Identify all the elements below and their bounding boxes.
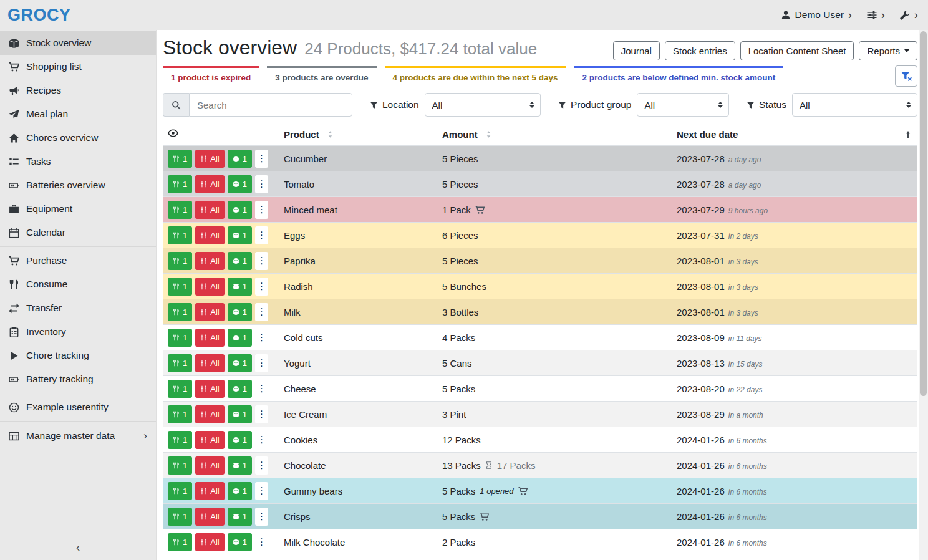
row-menu-button[interactable]: ⋮	[255, 380, 268, 398]
status-card-expired[interactable]: 1 product is expired	[163, 66, 259, 87]
consume-all-button[interactable]: All	[195, 201, 224, 219]
clear-filters-button[interactable]	[895, 65, 917, 87]
vertical-scrollbar[interactable]	[919, 30, 928, 560]
status-filter-select[interactable]: All	[792, 93, 917, 117]
open-one-button[interactable]: 1	[228, 354, 252, 372]
row-menu-button[interactable]: ⋮	[255, 303, 268, 321]
sidebar-item-battery-tracking[interactable]: Battery tracking	[0, 367, 156, 391]
journal-button[interactable]: Journal	[613, 41, 660, 60]
search-input[interactable]	[189, 93, 352, 117]
product-group-filter-select[interactable]: All	[637, 93, 729, 117]
row-menu-button[interactable]: ⋮	[255, 431, 268, 449]
open-one-button[interactable]: 1	[228, 278, 252, 296]
status-card-below-min[interactable]: 2 products are below defined min. stock …	[574, 66, 783, 87]
consume-all-button[interactable]: All	[195, 456, 224, 475]
row-menu-button[interactable]: ⋮	[255, 150, 268, 168]
consume-all-button[interactable]: All	[195, 175, 224, 193]
row-menu-button[interactable]: ⋮	[255, 226, 268, 244]
reports-button[interactable]: Reports	[859, 41, 917, 60]
sidebar-item-chores-overview[interactable]: Chores overview	[0, 126, 156, 150]
column-header-next-due-date[interactable]: Next due date	[672, 123, 917, 146]
sidebar-item-example-userentity[interactable]: Example userentity	[0, 395, 156, 419]
sidebar-item-chore-tracking[interactable]: Chore tracking	[0, 344, 156, 367]
open-one-button[interactable]: 1	[228, 431, 252, 449]
consume-all-button[interactable]: All	[195, 508, 224, 526]
sidebar-item-transfer[interactable]: Transfer	[0, 296, 156, 320]
open-one-button[interactable]: 1	[228, 456, 252, 475]
consume-all-button[interactable]: All	[195, 329, 224, 347]
consume-all-button[interactable]: All	[195, 226, 224, 244]
sidebar-item-tasks[interactable]: Tasks	[0, 150, 156, 173]
open-one-button[interactable]: 1	[228, 405, 252, 423]
open-one-button[interactable]: 1	[228, 303, 252, 321]
row-menu-button[interactable]: ⋮	[255, 354, 268, 372]
consume-one-button[interactable]: 1	[168, 278, 192, 296]
consume-one-button[interactable]: 1	[168, 482, 192, 500]
open-one-button[interactable]: 1	[228, 252, 252, 270]
consume-one-button[interactable]: 1	[168, 303, 192, 321]
settings-menu[interactable]: ›	[867, 9, 885, 21]
sidebar-item-inventory[interactable]: Inventory	[0, 320, 156, 344]
sidebar-item-batteries-overview[interactable]: Batteries overview	[0, 173, 156, 197]
consume-one-button[interactable]: 1	[168, 226, 192, 244]
consume-one-button[interactable]: 1	[168, 405, 192, 423]
sidebar-item-stock-overview[interactable]: Stock overview	[0, 31, 156, 55]
scrollbar-thumb[interactable]	[920, 31, 927, 396]
location-filter-select[interactable]: All	[425, 93, 541, 117]
consume-one-button[interactable]: 1	[168, 201, 192, 219]
row-menu-button[interactable]: ⋮	[255, 482, 268, 500]
consume-one-button[interactable]: 1	[168, 252, 192, 270]
consume-one-button[interactable]: 1	[168, 380, 192, 398]
admin-menu[interactable]: ›	[900, 9, 918, 21]
status-card-due-soon[interactable]: 4 products are due within the next 5 day…	[385, 66, 566, 87]
user-menu[interactable]: Demo User ›	[781, 9, 852, 21]
consume-one-button[interactable]: 1	[168, 354, 192, 372]
open-one-button[interactable]: 1	[228, 508, 252, 526]
consume-all-button[interactable]: All	[195, 354, 224, 372]
consume-one-button[interactable]: 1	[168, 150, 192, 168]
consume-all-button[interactable]: All	[195, 252, 224, 270]
consume-all-button[interactable]: All	[195, 150, 224, 168]
eye-icon[interactable]	[168, 128, 178, 138]
stock-entries-button[interactable]: Stock entries	[665, 41, 735, 60]
sidebar-item-manage-master-data[interactable]: Manage master data›	[0, 423, 156, 448]
open-one-button[interactable]: 1	[228, 150, 252, 168]
open-one-button[interactable]: 1	[228, 201, 252, 219]
consume-all-button[interactable]: All	[195, 405, 224, 423]
row-menu-button[interactable]: ⋮	[255, 533, 268, 551]
open-one-button[interactable]: 1	[228, 329, 252, 347]
open-one-button[interactable]: 1	[228, 175, 252, 193]
sidebar-item-recipes[interactable]: Recipes	[0, 79, 156, 102]
row-menu-button[interactable]: ⋮	[255, 405, 268, 423]
sidebar-collapse-button[interactable]: ‹	[0, 534, 156, 560]
row-menu-button[interactable]: ⋮	[255, 508, 268, 526]
sidebar-item-consume[interactable]: Consume	[0, 273, 156, 296]
consume-all-button[interactable]: All	[195, 278, 224, 296]
row-menu-button[interactable]: ⋮	[255, 278, 268, 296]
row-menu-button[interactable]: ⋮	[255, 175, 268, 193]
row-menu-button[interactable]: ⋮	[255, 329, 268, 347]
row-menu-button[interactable]: ⋮	[255, 201, 268, 219]
consume-one-button[interactable]: 1	[168, 533, 192, 551]
consume-one-button[interactable]: 1	[168, 329, 192, 347]
consume-one-button[interactable]: 1	[168, 431, 192, 449]
open-one-button[interactable]: 1	[228, 533, 252, 551]
sidebar-item-purchase[interactable]: Purchase	[0, 249, 156, 273]
consume-one-button[interactable]: 1	[168, 456, 192, 475]
sidebar-item-calendar[interactable]: Calendar	[0, 221, 156, 244]
sidebar-item-meal-plan[interactable]: Meal plan	[0, 102, 156, 126]
consume-one-button[interactable]: 1	[168, 508, 192, 526]
sidebar-item-equipment[interactable]: Equipment	[0, 197, 156, 221]
app-logo[interactable]: GROCY	[7, 6, 71, 25]
column-header-amount[interactable]: Amount	[437, 123, 672, 146]
open-one-button[interactable]: 1	[228, 482, 252, 500]
open-one-button[interactable]: 1	[228, 380, 252, 398]
open-one-button[interactable]: 1	[228, 226, 252, 244]
consume-all-button[interactable]: All	[195, 533, 224, 551]
consume-all-button[interactable]: All	[195, 303, 224, 321]
consume-all-button[interactable]: All	[195, 431, 224, 449]
column-header-product[interactable]: Product	[279, 123, 437, 146]
consume-all-button[interactable]: All	[195, 482, 224, 500]
row-menu-button[interactable]: ⋮	[255, 252, 268, 270]
consume-all-button[interactable]: All	[195, 380, 224, 398]
